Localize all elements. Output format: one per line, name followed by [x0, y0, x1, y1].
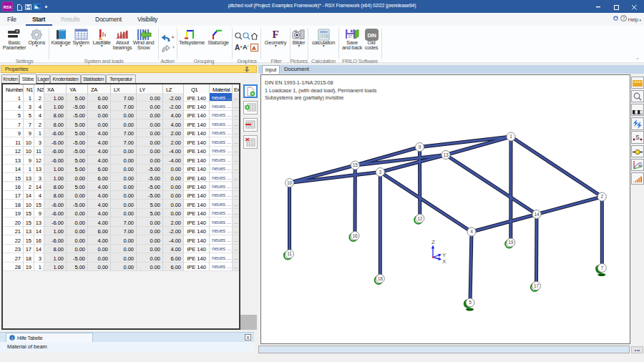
svg-text:9: 9: [419, 144, 421, 149]
svg-text:5: 5: [469, 300, 472, 305]
svg-text:12: 12: [417, 215, 423, 220]
svg-text:F: F: [273, 29, 279, 40]
svg-text:13: 13: [443, 152, 449, 157]
svg-text:17: 17: [534, 283, 540, 288]
svg-text:16: 16: [352, 233, 358, 238]
svg-text:14: 14: [534, 211, 540, 216]
svg-text:18: 18: [378, 275, 384, 280]
svg-text:Y: Y: [442, 251, 447, 258]
svg-text:.5.: .5.: [634, 134, 641, 141]
svg-text:X: X: [442, 258, 447, 264]
svg-text:A: A: [252, 45, 256, 52]
svg-text:15: 15: [353, 162, 358, 167]
svg-text:?: ?: [623, 16, 625, 21]
svg-text:10: 10: [287, 180, 293, 185]
svg-text:7: 7: [600, 265, 603, 270]
svg-text:3: 3: [379, 169, 381, 174]
svg-text:1: 1: [509, 134, 512, 139]
svg-text:2: 2: [600, 194, 603, 199]
svg-text:4: 4: [470, 229, 473, 234]
svg-text:ame: ame: [638, 163, 643, 167]
svg-text:Z: Z: [431, 238, 435, 245]
svg-text:DIN: DIN: [367, 32, 376, 39]
svg-text:11: 11: [287, 251, 292, 256]
svg-text:19: 19: [508, 240, 514, 245]
